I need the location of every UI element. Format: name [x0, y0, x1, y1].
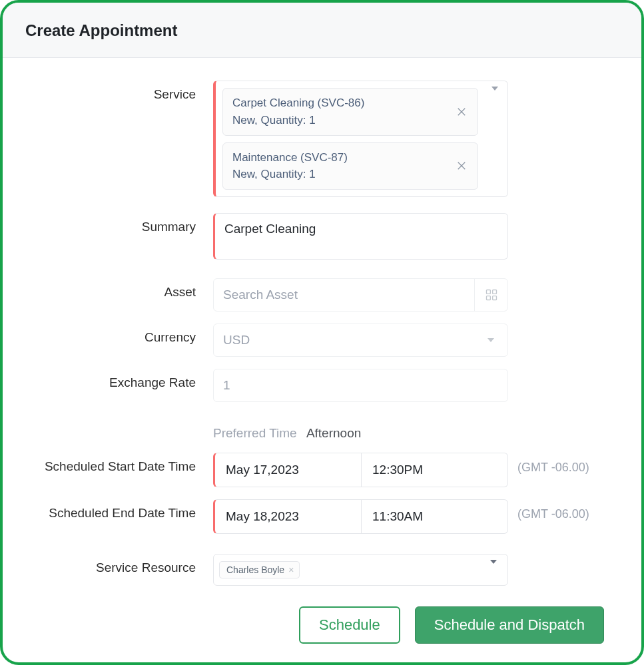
row-service-resource: Service Resource Charles Boyle ×: [27, 554, 604, 586]
remove-service-button[interactable]: [454, 158, 470, 174]
scheduled-start-datetime[interactable]: May 17,2023 12:30PM: [213, 453, 508, 487]
caret-down-icon[interactable]: [491, 91, 498, 103]
currency-value: USD: [223, 333, 250, 347]
resource-chip-name: Charles Boyle: [226, 564, 284, 575]
create-appointment-dialog: Create Appointment Service Carpet Cleani…: [0, 0, 644, 665]
caret-down-icon: [474, 324, 507, 356]
row-exchange-rate: Exchange Rate 1: [27, 369, 604, 402]
dialog-footer: Schedule Schedule and Dispatch: [3, 593, 641, 662]
label-exchange-rate: Exchange Rate: [27, 369, 213, 390]
svg-rect-7: [492, 296, 496, 300]
dialog-title: Create Appointment: [25, 21, 619, 40]
caret-down-icon[interactable]: [490, 564, 497, 576]
schedule-button[interactable]: Schedule: [299, 606, 400, 644]
service-chip-code: (SVC-87): [300, 151, 348, 164]
service-chip[interactable]: Carpet Cleaning (SVC-86) New, Quantity: …: [222, 88, 478, 136]
scheduled-start-tz: (GMT -06.00): [508, 453, 604, 475]
row-preferred-time: Preferred Time Afternoon: [27, 426, 604, 449]
svg-rect-4: [486, 290, 490, 294]
preferred-time-label: Preferred Time: [213, 426, 297, 440]
exchange-rate-input[interactable]: 1: [213, 369, 508, 402]
preferred-time-display: Preferred Time Afternoon: [213, 426, 508, 441]
svg-rect-5: [492, 290, 496, 294]
label-summary: Summary: [27, 213, 213, 234]
service-chip-name: Maintenance: [232, 151, 297, 164]
scheduled-start-date[interactable]: May 17,2023: [215, 453, 361, 487]
scheduled-end-date[interactable]: May 18,2023: [215, 500, 361, 533]
resource-chip[interactable]: Charles Boyle ×: [219, 561, 300, 578]
label-service: Service: [27, 81, 213, 102]
row-asset: Asset Search Asset: [27, 278, 604, 312]
currency-select[interactable]: USD: [213, 324, 508, 357]
asset-placeholder: Search Asset: [223, 288, 298, 302]
dialog-header: Create Appointment: [3, 3, 641, 58]
scheduled-end-time[interactable]: 11:30AM: [361, 500, 507, 533]
label-scheduled-end: Scheduled End Date Time: [27, 499, 213, 521]
service-chip-name: Carpet Cleaning: [232, 97, 314, 109]
label-scheduled-start: Scheduled Start Date Time: [27, 453, 213, 474]
row-summary: Summary: [27, 213, 604, 262]
service-resource-select[interactable]: Charles Boyle ×: [213, 554, 508, 586]
row-scheduled-start: Scheduled Start Date Time May 17,2023 12…: [27, 453, 604, 487]
grid-icon: [485, 288, 498, 302]
row-scheduled-end: Scheduled End Date Time May 18,2023 11:3…: [27, 499, 604, 534]
scheduled-start-time[interactable]: 12:30PM: [361, 453, 507, 487]
service-chip-code: (SVC-86): [318, 97, 365, 109]
scheduled-end-datetime[interactable]: May 18,2023 11:30AM: [213, 499, 508, 534]
svg-rect-6: [486, 296, 490, 300]
scheduled-end-tz: (GMT -06.00): [508, 499, 604, 521]
label-service-resource: Service Resource: [27, 554, 213, 575]
schedule-and-dispatch-button[interactable]: Schedule and Dispatch: [415, 606, 604, 644]
asset-search-input[interactable]: Search Asset: [213, 278, 508, 312]
service-multiselect[interactable]: Carpet Cleaning (SVC-86) New, Quantity: …: [213, 81, 508, 197]
asset-picker-button[interactable]: [474, 279, 507, 311]
preferred-time-value: Afternoon: [306, 426, 361, 440]
close-icon: [456, 106, 468, 118]
form-body: Service Carpet Cleaning (SVC-86) New, Qu…: [3, 58, 641, 593]
close-icon: [456, 160, 468, 172]
remove-resource-button[interactable]: ×: [288, 565, 294, 574]
row-currency: Currency USD: [27, 324, 604, 357]
exchange-rate-value: 1: [223, 378, 230, 393]
remove-service-button[interactable]: [454, 104, 470, 120]
service-chip-meta: New, Quantity: 1: [232, 112, 447, 128]
summary-input[interactable]: [213, 213, 508, 260]
label-asset: Asset: [27, 278, 213, 300]
service-chip-meta: New, Quantity: 1: [232, 166, 447, 182]
label-currency: Currency: [27, 324, 213, 345]
service-chip[interactable]: Maintenance (SVC-87) New, Quantity: 1: [222, 142, 478, 190]
row-service: Service Carpet Cleaning (SVC-86) New, Qu…: [27, 81, 604, 197]
